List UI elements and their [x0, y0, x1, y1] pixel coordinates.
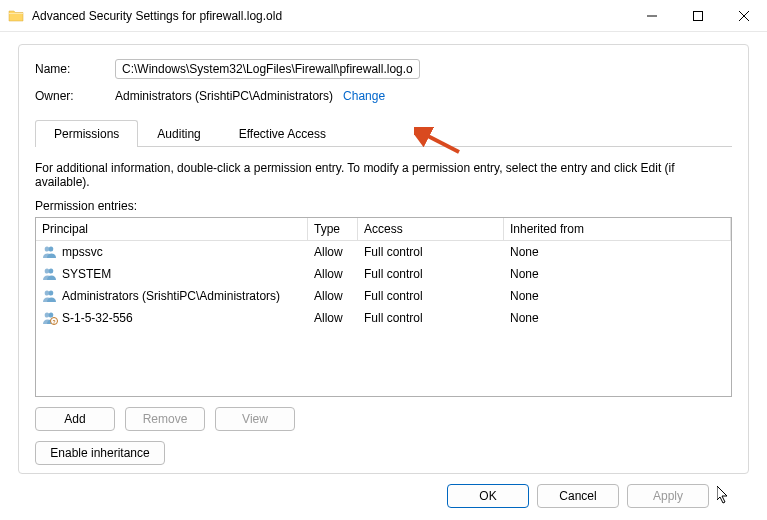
tab-auditing[interactable]: Auditing: [138, 120, 219, 147]
inherited-cell: None: [504, 308, 731, 328]
minimize-button[interactable]: [629, 0, 675, 31]
dialog-body: Name: Owner: Administrators (SrishtiPC\A…: [0, 32, 767, 516]
ok-button[interactable]: OK: [447, 484, 529, 508]
svg-point-7: [49, 290, 54, 295]
svg-point-3: [49, 246, 54, 251]
window-title: Advanced Security Settings for pfirewall…: [32, 9, 629, 23]
access-cell: Full control: [358, 264, 504, 284]
table-row[interactable]: mpssvcAllowFull controlNone: [36, 241, 731, 263]
name-input[interactable]: [115, 59, 420, 79]
principal-name: Administrators (SrishtiPC\Administrators…: [62, 289, 280, 303]
close-button[interactable]: [721, 0, 767, 31]
svg-point-5: [49, 268, 54, 273]
owner-value: Administrators (SrishtiPC\Administrators…: [115, 89, 333, 103]
col-header-inherited[interactable]: Inherited from: [504, 218, 731, 240]
svg-rect-0: [694, 11, 703, 20]
principal-icon: [42, 289, 58, 303]
change-owner-link[interactable]: Change: [343, 89, 385, 103]
grid-buttons: Add Remove View: [35, 407, 732, 431]
access-cell: Full control: [358, 308, 504, 328]
apply-button[interactable]: Apply: [627, 484, 709, 508]
type-cell: Allow: [308, 286, 358, 306]
principal-icon: ?: [42, 311, 58, 325]
svg-point-4: [45, 268, 50, 273]
owner-row: Owner: Administrators (SrishtiPC\Adminis…: [35, 89, 732, 103]
type-cell: Allow: [308, 264, 358, 284]
folder-icon: [8, 8, 24, 24]
svg-text:?: ?: [52, 319, 55, 325]
view-button[interactable]: View: [215, 407, 295, 431]
content-box: Name: Owner: Administrators (SrishtiPC\A…: [18, 44, 749, 474]
inheritance-buttons: Enable inheritance: [35, 441, 732, 465]
window-controls: [629, 0, 767, 31]
enable-inheritance-button[interactable]: Enable inheritance: [35, 441, 165, 465]
access-cell: Full control: [358, 242, 504, 262]
tab-permissions[interactable]: Permissions: [35, 120, 138, 147]
add-button[interactable]: Add: [35, 407, 115, 431]
svg-point-2: [45, 246, 50, 251]
principal-name: mpssvc: [62, 245, 103, 259]
grid-body: mpssvcAllowFull controlNoneSYSTEMAllowFu…: [36, 241, 731, 396]
permission-grid: Principal Type Access Inherited from mps…: [35, 217, 732, 397]
tab-strip: Permissions Auditing Effective Access: [35, 119, 732, 147]
grid-header: Principal Type Access Inherited from: [36, 218, 731, 241]
type-cell: Allow: [308, 308, 358, 328]
svg-point-9: [49, 312, 54, 317]
maximize-button[interactable]: [675, 0, 721, 31]
principal-icon: [42, 245, 58, 259]
cursor-icon: [717, 486, 731, 506]
inherited-cell: None: [504, 242, 731, 262]
type-cell: Allow: [308, 242, 358, 262]
col-header-type[interactable]: Type: [308, 218, 358, 240]
svg-point-8: [45, 312, 50, 317]
principal-icon: [42, 267, 58, 281]
inherited-cell: None: [504, 286, 731, 306]
principal-name: S-1-5-32-556: [62, 311, 133, 325]
tab-effective-access[interactable]: Effective Access: [220, 120, 345, 147]
name-label: Name:: [35, 62, 115, 76]
col-header-principal[interactable]: Principal: [36, 218, 308, 240]
remove-button[interactable]: Remove: [125, 407, 205, 431]
info-text: For additional information, double-click…: [35, 161, 732, 189]
principal-name: SYSTEM: [62, 267, 111, 281]
cancel-button[interactable]: Cancel: [537, 484, 619, 508]
name-row: Name:: [35, 59, 732, 79]
table-row[interactable]: ?S-1-5-32-556AllowFull controlNone: [36, 307, 731, 329]
owner-label: Owner:: [35, 89, 115, 103]
table-row[interactable]: Administrators (SrishtiPC\Administrators…: [36, 285, 731, 307]
svg-point-6: [45, 290, 50, 295]
col-header-access[interactable]: Access: [358, 218, 504, 240]
access-cell: Full control: [358, 286, 504, 306]
permission-entries-label: Permission entries:: [35, 199, 732, 213]
dialog-footer: OK Cancel Apply: [18, 474, 749, 508]
table-row[interactable]: SYSTEMAllowFull controlNone: [36, 263, 731, 285]
inherited-cell: None: [504, 264, 731, 284]
titlebar: Advanced Security Settings for pfirewall…: [0, 0, 767, 32]
